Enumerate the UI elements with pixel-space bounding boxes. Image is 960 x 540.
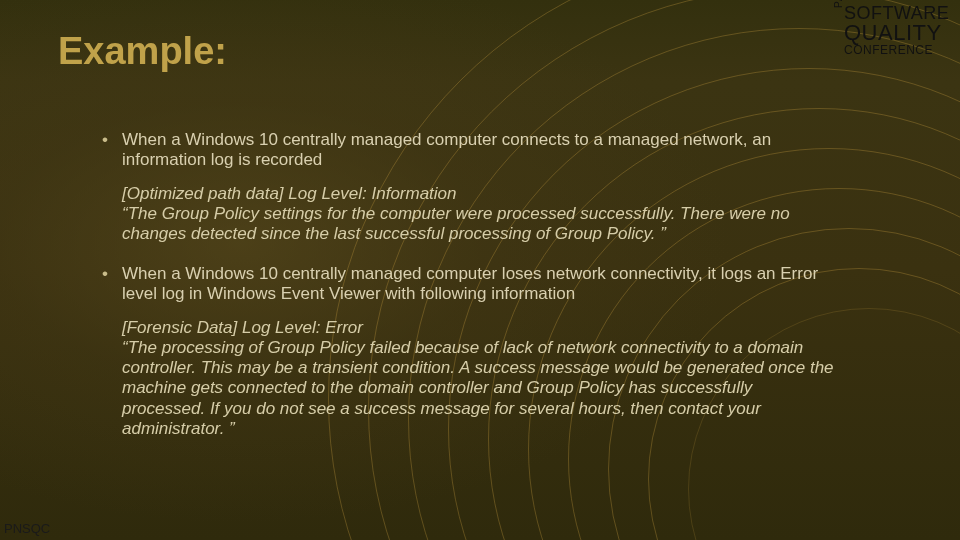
slide: Example: PACIFIC NW SOFTWARE QUALITY CON… <box>0 0 960 540</box>
logo-line-2: QUALITY <box>844 21 954 44</box>
footer-label: PNSQC <box>4 521 50 536</box>
logo-line-3: CONFERENCE <box>844 44 954 57</box>
bullet-item: When a Windows 10 centrally managed comp… <box>98 130 840 170</box>
slide-content: When a Windows 10 centrally managed comp… <box>98 130 840 459</box>
conference-logo: PACIFIC NW SOFTWARE QUALITY CONFERENCE <box>844 4 954 57</box>
quote-block: [Optimized path data] Log Level: Informa… <box>122 184 840 244</box>
bullet-text: When a Windows 10 centrally managed comp… <box>122 130 771 169</box>
bullet-text: When a Windows 10 centrally managed comp… <box>122 264 818 303</box>
logo-vertical-text: PACIFIC NW <box>834 0 845 8</box>
bullet-item: When a Windows 10 centrally managed comp… <box>98 264 840 304</box>
quote-block: [Forensic Data] Log Level: Error “The pr… <box>122 318 840 438</box>
slide-title: Example: <box>58 30 227 73</box>
